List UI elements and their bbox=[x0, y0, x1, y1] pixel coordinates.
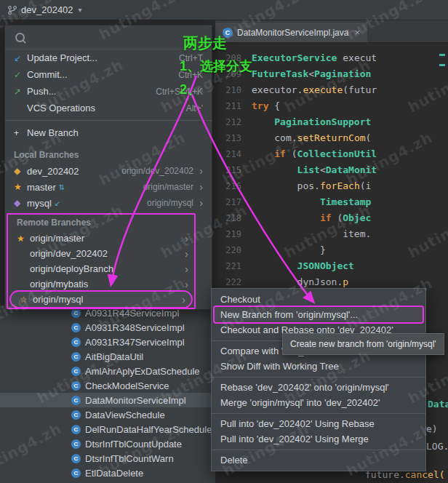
tooltip-text: Create new branch from 'origin/mysql' bbox=[290, 339, 436, 349]
line-number: 215 bbox=[215, 162, 252, 178]
code-line: 214if (CollectionUtil bbox=[215, 146, 448, 162]
annotation-step1: 1、选择分支 bbox=[180, 57, 252, 75]
line-number: 211 bbox=[215, 98, 252, 114]
code-line: 216pos.forEach(i bbox=[215, 178, 448, 194]
branch-name: mysql bbox=[27, 198, 52, 209]
menu-separator bbox=[212, 413, 425, 414]
context-menu-item[interactable]: Checkout bbox=[212, 292, 425, 307]
branch-icon: ★ bbox=[17, 233, 30, 244]
tab-close-icon[interactable]: × bbox=[354, 27, 360, 38]
class-icon: C bbox=[71, 396, 81, 405]
annotation-remote-branches-box: Remote Branches ★ origin/master › origin… bbox=[7, 213, 196, 309]
tree-item-label: A0931R347ServiceImpl bbox=[85, 337, 185, 348]
tree-item[interactable]: C DataViewSchedule bbox=[0, 407, 215, 422]
code-text: Timestamp bbox=[252, 194, 371, 210]
line-number: 216 bbox=[215, 178, 252, 194]
tree-item[interactable]: C AmlAhrAplyExDatSchedule bbox=[0, 364, 215, 378]
menu-item-icon: ↙ bbox=[14, 53, 27, 63]
branch-name: origin/mysql bbox=[33, 294, 83, 305]
remote-branch-item[interactable]: origin/deployBranch › bbox=[8, 261, 194, 276]
code-text: FutureTask<Pagination bbox=[252, 66, 371, 82]
code-line: 218if (Objec bbox=[215, 210, 448, 226]
code-area: 208ExecutorService execut209FutureTask<P… bbox=[215, 43, 448, 290]
tree-item-label: A0931R348ServiceImpl bbox=[85, 322, 185, 333]
remote-branch-item[interactable]: origin/mybatis › bbox=[8, 276, 194, 292]
context-menu-item[interactable]: Pull into 'dev_202402' Using Merge bbox=[212, 431, 425, 447]
menu-separator bbox=[212, 377, 425, 378]
remote-branch-item[interactable]: ★ origin/master › bbox=[8, 231, 194, 246]
class-icon: C bbox=[71, 381, 81, 391]
tree-item[interactable]: C CheckModelService bbox=[0, 378, 215, 393]
context-menu-item-label: Pull into 'dev_202402' Using Rebase bbox=[220, 418, 375, 429]
chevron-right-icon: › bbox=[197, 165, 203, 177]
editor-tab[interactable]: C DataMonitorServiceImpl.java × bbox=[215, 23, 367, 42]
branch-icon: ◆ bbox=[14, 166, 27, 176]
class-icon: C bbox=[71, 367, 81, 376]
code-text: try { bbox=[252, 98, 280, 114]
tree-item[interactable]: C EtlDataDelete bbox=[0, 466, 215, 480]
tree-item[interactable]: C A0931R347ServiceImpl bbox=[0, 335, 215, 349]
context-menu-item[interactable]: New Branch from 'origin/mysql'... bbox=[215, 307, 423, 322]
remote-branch-item[interactable]: ☆ origin/mysql › bbox=[11, 292, 191, 307]
tree-item[interactable]: C DataMonitorServiceImpl bbox=[0, 393, 215, 407]
context-menu-item[interactable]: Delete bbox=[212, 452, 425, 468]
tree-item-label: CheckModelService bbox=[85, 380, 169, 391]
local-branch-item[interactable]: ★ master ⇅ origin/master › bbox=[5, 179, 212, 195]
branch-status-icon: ⇅ bbox=[59, 183, 65, 191]
context-menu-item[interactable]: Rebase 'dev_202402' onto 'origin/mysql' bbox=[212, 380, 425, 395]
line-number: 210 bbox=[215, 82, 252, 98]
line-number: 218 bbox=[215, 210, 252, 226]
remote-branch-item[interactable]: origin/dev_202402 › bbox=[8, 246, 194, 261]
line-number: 214 bbox=[215, 146, 252, 162]
local-branch-item[interactable]: ◆ dev_202402 origin/dev_202402 › bbox=[5, 163, 212, 179]
new-branch-item[interactable]: + New Branch bbox=[5, 124, 212, 141]
line-number: 212 bbox=[215, 114, 252, 130]
class-icon: C bbox=[71, 425, 81, 434]
tree-item[interactable]: C ExcelDownCount bbox=[0, 480, 215, 483]
context-menu-item[interactable]: Merge 'origin/mysql' into 'dev_202402' bbox=[212, 395, 425, 410]
menu-item-shortcut: Alt+' bbox=[186, 103, 203, 113]
tab-title: DataMonitorServiceImpl.java bbox=[237, 28, 348, 38]
titlebar: dev_202402 ▾ bbox=[0, 0, 448, 20]
context-menu-item-label: Pull into 'dev_202402' Using Merge bbox=[220, 434, 369, 444]
code-text: item. bbox=[252, 226, 371, 242]
tracking-branch-label: origin/master bbox=[143, 182, 193, 192]
menu-item-icon: ✓ bbox=[14, 70, 27, 80]
chevron-right-icon: › bbox=[180, 294, 185, 306]
tooltip: Create new branch from 'origin/mysql' bbox=[282, 333, 444, 355]
code-line: 215List<DataMonit bbox=[215, 162, 448, 178]
tree-item-label: AitBigDataUtil bbox=[85, 351, 143, 362]
context-menu: Checkout New Branch from 'origin/mysql'.… bbox=[211, 288, 426, 471]
tree-item-label: DtsrInfTblCountUpdate bbox=[85, 439, 182, 450]
local-branch-item[interactable]: ◆ mysql ↙ origin/mysql › bbox=[5, 195, 212, 211]
code-text: ExecutorService execut bbox=[252, 50, 377, 66]
context-menu-item[interactable]: Show Diff with Working Tree bbox=[212, 359, 425, 374]
menu-item[interactable]: VCS Operations Alt+' bbox=[5, 100, 212, 116]
branch-search-input[interactable] bbox=[32, 31, 166, 44]
branch-status-icon: ↙ bbox=[55, 199, 60, 207]
context-menu-item[interactable]: Pull into 'dev_202402' Using Rebase bbox=[212, 416, 425, 431]
tree-item[interactable]: C DtsrInfTblCountUpdate bbox=[0, 436, 215, 451]
tree-item[interactable]: C A0931R348ServiceImpl bbox=[0, 320, 215, 335]
plus-icon: + bbox=[14, 128, 27, 138]
code-text: PaginationSupport bbox=[252, 114, 371, 130]
chevron-down-icon: ▾ bbox=[79, 6, 82, 14]
code-text: if (CollectionUtil bbox=[252, 146, 377, 162]
branch-search-field[interactable] bbox=[5, 25, 212, 49]
menu-item-label: Update Project... bbox=[27, 52, 97, 63]
search-icon bbox=[15, 33, 25, 42]
tree-item-label: DelRunDataHalfYearSchedule bbox=[85, 424, 212, 435]
code-fragment: LOG. bbox=[426, 441, 448, 452]
branch-name: dev_202402 bbox=[27, 166, 79, 177]
class-icon: C bbox=[71, 410, 81, 420]
branch-icon: ◆ bbox=[14, 198, 27, 208]
line-number: 217 bbox=[215, 194, 252, 210]
line-number: 221 bbox=[215, 258, 252, 274]
tree-item[interactable]: C DelRunDataHalfYearSchedule bbox=[0, 422, 215, 436]
tree-item[interactable]: C DtsrInfTblCountWarn bbox=[0, 451, 215, 466]
code-line: 210executor.execute(futur bbox=[215, 82, 448, 98]
branch-name: origin/dev_202402 bbox=[30, 248, 108, 259]
branch-widget[interactable]: dev_202402 ▾ bbox=[7, 4, 82, 15]
tree-item[interactable]: C AitBigDataUtil bbox=[0, 349, 215, 364]
code-fragment: e) bbox=[426, 423, 438, 434]
